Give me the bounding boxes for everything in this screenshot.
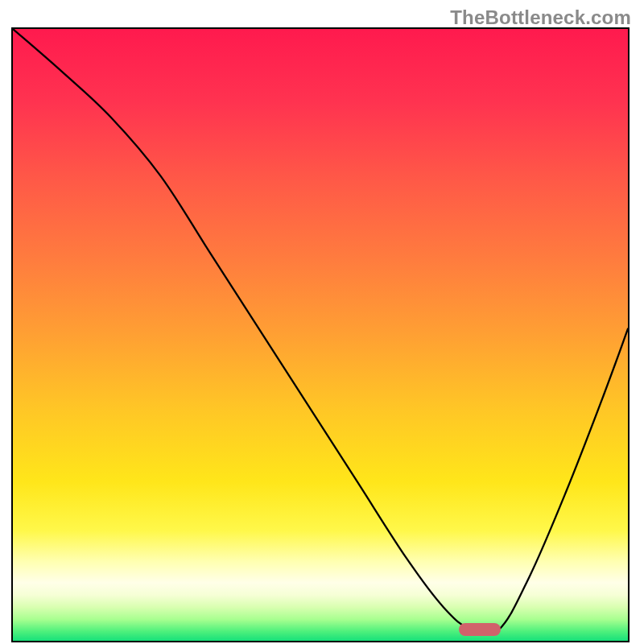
plot-frame bbox=[11, 27, 630, 642]
watermark-text: TheBottleneck.com bbox=[450, 6, 631, 29]
chart-canvas: TheBottleneck.com bbox=[0, 0, 644, 644]
curve-line bbox=[13, 29, 628, 641]
minimum-marker-pill bbox=[459, 623, 501, 636]
